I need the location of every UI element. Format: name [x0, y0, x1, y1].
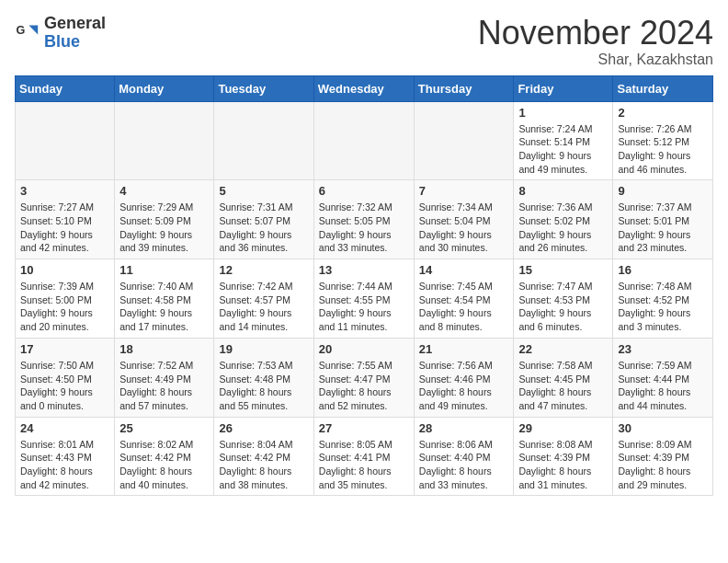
calendar-cell — [16, 101, 115, 180]
day-number: 20 — [319, 342, 409, 356]
calendar-cell — [115, 101, 214, 180]
weekday-header-thursday: Thursday — [414, 75, 514, 101]
calendar-cell: 21Sunrise: 7:56 AM Sunset: 4:46 PM Dayli… — [414, 338, 514, 417]
calendar-cell: 26Sunrise: 8:04 AM Sunset: 4:42 PM Dayli… — [214, 417, 313, 496]
calendar-cell: 23Sunrise: 7:59 AM Sunset: 4:44 PM Dayli… — [613, 338, 713, 417]
day-info: Sunrise: 7:39 AM Sunset: 5:00 PM Dayligh… — [20, 280, 109, 334]
calendar-cell: 28Sunrise: 8:06 AM Sunset: 4:40 PM Dayli… — [414, 417, 514, 496]
day-number: 25 — [119, 421, 209, 435]
day-info: Sunrise: 7:24 AM Sunset: 5:14 PM Dayligh… — [518, 122, 608, 177]
day-info: Sunrise: 7:53 AM Sunset: 4:48 PM Dayligh… — [219, 359, 308, 413]
day-number: 1 — [518, 106, 608, 120]
location: Shar, Kazakhstan — [478, 52, 713, 68]
day-number: 28 — [419, 421, 509, 435]
calendar-cell: 30Sunrise: 8:09 AM Sunset: 4:39 PM Dayli… — [613, 417, 713, 496]
logo-icon: G — [15, 20, 40, 46]
calendar-cell: 29Sunrise: 8:08 AM Sunset: 4:39 PM Dayli… — [514, 417, 613, 496]
calendar-table: SundayMondayTuesdayWednesdayThursdayFrid… — [15, 75, 713, 497]
day-number: 5 — [219, 184, 308, 198]
month-title: November 2024 — [478, 15, 713, 52]
day-info: Sunrise: 7:59 AM Sunset: 4:44 PM Dayligh… — [618, 359, 708, 413]
weekday-header-wednesday: Wednesday — [313, 75, 414, 101]
calendar-cell: 2Sunrise: 7:26 AM Sunset: 5:12 PM Daylig… — [613, 101, 713, 180]
day-number: 24 — [20, 421, 109, 435]
day-number: 10 — [20, 263, 109, 277]
calendar-cell: 13Sunrise: 7:44 AM Sunset: 4:55 PM Dayli… — [313, 259, 414, 339]
day-number: 30 — [618, 421, 708, 435]
calendar-cell: 9Sunrise: 7:37 AM Sunset: 5:01 PM Daylig… — [613, 180, 713, 259]
calendar-cell: 12Sunrise: 7:42 AM Sunset: 4:57 PM Dayli… — [214, 259, 313, 339]
day-number: 9 — [618, 184, 708, 198]
week-row-3: 10Sunrise: 7:39 AM Sunset: 5:00 PM Dayli… — [16, 259, 713, 339]
calendar-cell: 20Sunrise: 7:55 AM Sunset: 4:47 PM Dayli… — [313, 338, 414, 417]
day-number: 18 — [119, 342, 209, 356]
day-info: Sunrise: 7:58 AM Sunset: 4:45 PM Dayligh… — [518, 359, 608, 413]
day-number: 8 — [518, 184, 608, 198]
calendar-cell: 15Sunrise: 7:47 AM Sunset: 4:53 PM Dayli… — [514, 259, 613, 339]
calendar-cell: 17Sunrise: 7:50 AM Sunset: 4:50 PM Dayli… — [16, 338, 115, 417]
week-row-5: 24Sunrise: 8:01 AM Sunset: 4:43 PM Dayli… — [16, 417, 713, 496]
day-number: 12 — [219, 263, 308, 277]
week-row-2: 3Sunrise: 7:27 AM Sunset: 5:10 PM Daylig… — [16, 180, 713, 259]
calendar-cell: 1Sunrise: 7:24 AM Sunset: 5:14 PM Daylig… — [514, 101, 613, 180]
day-number: 22 — [518, 342, 608, 356]
day-info: Sunrise: 7:44 AM Sunset: 4:55 PM Dayligh… — [319, 280, 409, 334]
weekday-header-saturday: Saturday — [613, 75, 713, 101]
calendar-cell: 6Sunrise: 7:32 AM Sunset: 5:05 PM Daylig… — [313, 180, 414, 259]
day-number: 11 — [119, 263, 209, 277]
day-info: Sunrise: 8:08 AM Sunset: 4:39 PM Dayligh… — [518, 438, 608, 492]
day-number: 17 — [20, 342, 109, 356]
logo-general: General — [44, 15, 106, 33]
day-info: Sunrise: 8:01 AM Sunset: 4:43 PM Dayligh… — [20, 438, 109, 492]
day-number: 4 — [119, 184, 209, 198]
calendar-cell: 18Sunrise: 7:52 AM Sunset: 4:49 PM Dayli… — [115, 338, 214, 417]
day-number: 14 — [419, 263, 509, 277]
calendar-cell: 5Sunrise: 7:31 AM Sunset: 5:07 PM Daylig… — [214, 180, 313, 259]
day-info: Sunrise: 8:06 AM Sunset: 4:40 PM Dayligh… — [419, 438, 509, 492]
day-info: Sunrise: 7:48 AM Sunset: 4:52 PM Dayligh… — [618, 280, 708, 334]
calendar-cell: 16Sunrise: 7:48 AM Sunset: 4:52 PM Dayli… — [613, 259, 713, 339]
day-number: 13 — [319, 263, 409, 277]
day-info: Sunrise: 7:42 AM Sunset: 4:57 PM Dayligh… — [219, 280, 308, 334]
day-info: Sunrise: 7:52 AM Sunset: 4:49 PM Dayligh… — [119, 359, 209, 413]
day-info: Sunrise: 7:27 AM Sunset: 5:10 PM Dayligh… — [20, 201, 109, 255]
day-number: 26 — [219, 421, 308, 435]
svg-text:G: G — [16, 24, 25, 37]
day-number: 23 — [618, 342, 708, 356]
calendar-cell: 7Sunrise: 7:34 AM Sunset: 5:04 PM Daylig… — [414, 180, 514, 259]
day-info: Sunrise: 7:36 AM Sunset: 5:02 PM Dayligh… — [518, 201, 608, 255]
day-info: Sunrise: 7:40 AM Sunset: 4:58 PM Dayligh… — [119, 280, 209, 334]
day-number: 27 — [319, 421, 409, 435]
day-number: 15 — [518, 263, 608, 277]
calendar-cell: 11Sunrise: 7:40 AM Sunset: 4:58 PM Dayli… — [115, 259, 214, 339]
day-number: 3 — [20, 184, 109, 198]
day-info: Sunrise: 7:34 AM Sunset: 5:04 PM Dayligh… — [419, 201, 509, 255]
calendar-cell: 14Sunrise: 7:45 AM Sunset: 4:54 PM Dayli… — [414, 259, 514, 339]
day-info: Sunrise: 7:45 AM Sunset: 4:54 PM Dayligh… — [419, 280, 509, 334]
calendar-cell: 3Sunrise: 7:27 AM Sunset: 5:10 PM Daylig… — [16, 180, 115, 259]
day-number: 2 — [618, 106, 708, 120]
weekday-header-monday: Monday — [115, 75, 214, 101]
weekday-header-tuesday: Tuesday — [214, 75, 313, 101]
calendar-cell: 4Sunrise: 7:29 AM Sunset: 5:09 PM Daylig… — [115, 180, 214, 259]
day-info: Sunrise: 8:09 AM Sunset: 4:39 PM Dayligh… — [618, 438, 708, 492]
day-info: Sunrise: 7:55 AM Sunset: 4:47 PM Dayligh… — [319, 359, 409, 413]
day-info: Sunrise: 7:56 AM Sunset: 4:46 PM Dayligh… — [419, 359, 509, 413]
day-number: 7 — [419, 184, 509, 198]
day-info: Sunrise: 7:29 AM Sunset: 5:09 PM Dayligh… — [119, 201, 209, 255]
svg-marker-1 — [28, 25, 38, 34]
logo-blue: Blue — [44, 33, 106, 52]
weekday-header-row: SundayMondayTuesdayWednesdayThursdayFrid… — [16, 75, 713, 101]
day-info: Sunrise: 7:37 AM Sunset: 5:01 PM Dayligh… — [618, 201, 708, 255]
title-block: November 2024 Shar, Kazakhstan — [478, 15, 713, 68]
weekday-header-friday: Friday — [514, 75, 613, 101]
weekday-header-sunday: Sunday — [16, 75, 115, 101]
day-info: Sunrise: 8:05 AM Sunset: 4:41 PM Dayligh… — [319, 438, 409, 492]
day-info: Sunrise: 8:04 AM Sunset: 4:42 PM Dayligh… — [219, 438, 308, 492]
day-info: Sunrise: 7:47 AM Sunset: 4:53 PM Dayligh… — [518, 280, 608, 334]
calendar-cell: 19Sunrise: 7:53 AM Sunset: 4:48 PM Dayli… — [214, 338, 313, 417]
day-info: Sunrise: 7:50 AM Sunset: 4:50 PM Dayligh… — [20, 359, 109, 413]
calendar-cell: 27Sunrise: 8:05 AM Sunset: 4:41 PM Dayli… — [313, 417, 414, 496]
day-number: 6 — [319, 184, 409, 198]
page-header: G General Blue November 2024 Shar, Kazak… — [15, 15, 713, 68]
